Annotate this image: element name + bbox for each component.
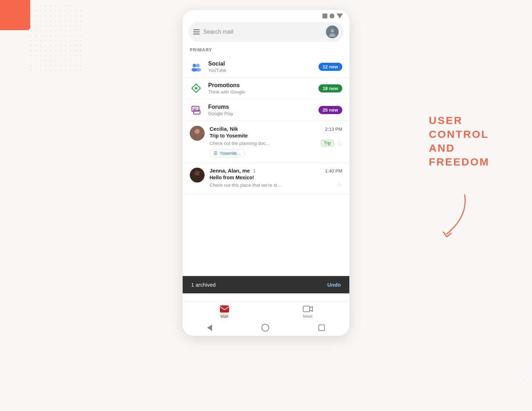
forums-info: Forums Google Play: [208, 104, 313, 116]
hamburger-menu-icon[interactable]: [193, 29, 200, 34]
svg-rect-22: [220, 305, 229, 313]
nav-home-button[interactable]: [261, 324, 269, 332]
jenna-avatar: [190, 168, 205, 182]
promotions-sender: Think with Google: [208, 89, 313, 95]
search-bar[interactable]: Search mail: [188, 22, 344, 42]
cecilia-attachment-chip[interactable]: ☰ Yosemite…: [210, 149, 245, 157]
meet-tab-label: Meet: [303, 314, 312, 319]
status-circle-icon: [329, 13, 334, 18]
jenna-sender: Jenna, Alan, me: [210, 168, 250, 174]
svg-point-4: [196, 64, 200, 67]
email-row-jenna[interactable]: Jenna, Alan, me 3 1:40 PM Hello from Mex…: [183, 163, 349, 194]
social-icon: [190, 60, 203, 73]
cecilia-star-icon[interactable]: ☆: [337, 139, 342, 147]
svg-point-3: [193, 64, 196, 67]
snackbar-undo-button[interactable]: Undo: [327, 282, 341, 288]
jenna-email-content: Jenna, Alan, me 3 1:40 PM Hello from Mex…: [210, 168, 342, 189]
forums-badge: 25 new: [318, 106, 342, 114]
social-badge: 12 new: [318, 63, 342, 71]
forums-name: Forums: [208, 104, 313, 110]
cecilia-subject: Trip to Yosemite: [210, 133, 342, 139]
forums-sender: Google Play: [208, 111, 313, 116]
promotions-icon: [190, 82, 203, 95]
jenna-time: 1:40 PM: [325, 168, 342, 174]
avatar[interactable]: [326, 26, 339, 38]
cecilia-email-content: Cecilia, Nik 2:13 PM Trip to Yosemite Ch…: [210, 126, 342, 157]
svg-point-17: [195, 129, 200, 134]
tab-mail[interactable]: Mail: [220, 305, 229, 319]
svg-point-7: [195, 87, 198, 90]
jenna-subject: Hello from Mexico!: [210, 175, 342, 180]
cecilia-avatar: [190, 126, 205, 141]
svg-rect-23: [303, 306, 310, 312]
status-bar: [183, 10, 349, 20]
promotions-name: Promotions: [208, 82, 313, 89]
bg-dot-pattern: [28, 4, 85, 74]
forums-icon: [190, 103, 203, 116]
category-row-promotions[interactable]: Promotions Think with Google 18 new: [183, 78, 349, 99]
social-sender: YouTube: [208, 68, 313, 73]
status-signal-icon: [337, 13, 343, 18]
bg-teal-square: [489, 340, 532, 383]
promotions-info: Promotions Think with Google: [208, 82, 313, 95]
cecilia-time: 2:13 PM: [325, 126, 342, 132]
nav-back-button[interactable]: [207, 325, 212, 331]
promotions-badge: 18 new: [318, 84, 342, 92]
jenna-preview: Check out this place that we're st…: [210, 182, 334, 188]
search-input[interactable]: Search mail: [203, 29, 322, 35]
status-square-icon: [322, 13, 327, 18]
snackbar: 1 archived Undo: [183, 276, 349, 293]
bg-coral-square: [0, 0, 30, 30]
cecilia-tag: Trip: [321, 140, 334, 146]
phone-container: Search mail PRIMARY Social YouTube 12 ne…: [183, 10, 349, 336]
svg-point-6: [195, 68, 201, 72]
snackbar-message: 1 archived: [191, 282, 216, 288]
section-label: PRIMARY: [183, 46, 349, 56]
bottom-tabs: Mail Meet: [183, 302, 349, 321]
cecilia-sender: Cecilia, Nik: [210, 126, 238, 132]
social-info: Social YouTube: [208, 61, 313, 73]
annotation-text: USER CONTROL AND FREEDOM: [429, 113, 489, 169]
social-name: Social: [208, 61, 313, 67]
cecilia-preview: Check out the planning doc…: [210, 141, 318, 146]
attachment-label: Yosemite…: [220, 151, 241, 156]
tab-meet[interactable]: Meet: [303, 305, 313, 319]
svg-point-20: [195, 171, 200, 176]
category-row-social[interactable]: Social YouTube 12 new: [183, 56, 349, 78]
svg-point-1: [331, 29, 334, 33]
mail-tab-icon: [220, 305, 229, 313]
category-row-forums[interactable]: Forums Google Play 25 new: [183, 99, 349, 121]
bottom-nav: Mail Meet: [183, 301, 349, 336]
doc-icon: ☰: [214, 151, 218, 156]
jenna-star-icon[interactable]: ☆: [337, 181, 342, 189]
jenna-count: 3: [253, 168, 255, 174]
meet-tab-icon: [303, 305, 313, 313]
email-row-cecilia[interactable]: Cecilia, Nik 2:13 PM Trip to Yosemite Ch…: [183, 121, 349, 163]
mail-tab-label: Mail: [220, 314, 228, 319]
nav-recent-button[interactable]: [318, 325, 325, 331]
annotation-arrow: [436, 191, 472, 241]
android-nav: [183, 321, 349, 336]
